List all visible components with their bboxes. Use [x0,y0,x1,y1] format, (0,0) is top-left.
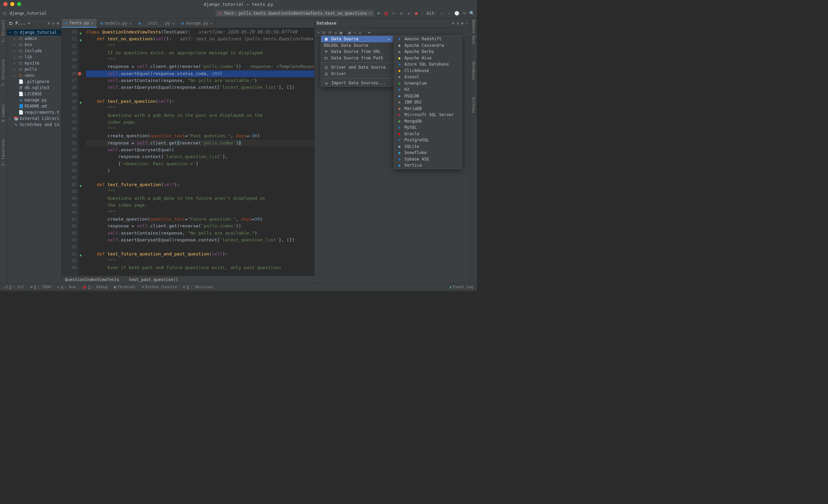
event-log-button[interactable]: ▮Event Log [450,285,473,289]
dbtype-mongodb[interactable]: ◆MongoDB [394,118,461,125]
dbtype-ibm-db2[interactable]: ◆IBM Db2 [394,99,461,106]
tree-item[interactable]: ▸🗀admin [7,36,61,42]
dbtype-exasol[interactable]: ◆Exasol [394,74,461,80]
edit-icon[interactable]: ✎ [354,30,356,35]
dbtype-apache-derby[interactable]: ◆Apache Derby [394,48,461,55]
tree-item[interactable]: ▸🗀venv [7,72,61,79]
tab-__init__.py[interactable]: ●__init__.py✕ [135,19,178,28]
dbtype-microsoft-sql-server[interactable]: ◆Microsoft SQL Server [394,112,461,118]
tree-item[interactable]: 📄LICENSE [7,91,61,97]
coverage-button[interactable]: ⤺ [391,11,396,16]
breadcrumb-root[interactable]: django_tutorial [10,11,46,16]
menu-import-data-sources-[interactable]: ⇲Import Data Sources... [321,80,393,86]
run-button[interactable] [376,11,381,16]
menu-driver-and-data-source[interactable]: ◫Driver and Data Source [321,64,393,71]
rail-database[interactable]: Database [471,62,476,80]
minimize-window[interactable] [10,2,14,6]
target-icon[interactable]: ⊕ [47,21,50,26]
commit-icon[interactable]: ✓ [447,11,452,16]
close-tab-icon[interactable]: ✕ [210,22,212,25]
dbtype-h2[interactable]: ◆H2 [394,86,461,93]
tree-item[interactable]: ▸🗀bin [7,42,61,48]
add-menu-popup[interactable]: ▦Data Source▸DDLDDL Data Source⌾Data Sou… [321,36,393,87]
dbtype-apache-cassandra[interactable]: ◆Apache Cassandra [394,42,461,49]
tree-item[interactable]: 📄requirements.t [7,109,61,115]
view-icon[interactable]: ⊡ [359,30,361,35]
dbtype-sybase-ase[interactable]: ◆Sybase ASE [394,156,461,163]
rail-1-project[interactable]: 1: Project [1,20,5,42]
dbtype-clickhouse[interactable]: ◆ClickHouse [394,68,461,74]
rail-7-structure[interactable]: 7: Structure [1,59,5,86]
target-icon[interactable]: ⊕ [452,21,454,26]
tree-item[interactable]: ▾🗀django_tutorial [7,29,61,36]
dbtype-mariadb[interactable]: ◆MariaDB [394,106,461,112]
close-tab-icon[interactable]: ✕ [129,22,131,25]
duplicate-icon[interactable]: ⧉ [322,30,326,35]
table-icon[interactable]: ▦ [348,30,351,35]
collapse-icon[interactable]: ⇵ [456,21,459,26]
zoom-window[interactable] [17,2,21,6]
dbtype-sqlite[interactable]: ◆SQLite [394,143,461,150]
tree-item[interactable]: ✎Scratches and Co [7,122,61,128]
tree-item[interactable]: ●manage.py [7,97,61,103]
debug-button[interactable]: 🐞 [384,11,389,16]
menu-ddl-data-source[interactable]: DDLDDL Data Source [321,42,393,49]
tool--debug[interactable]: 🐞5: Debug [82,285,108,289]
search-icon[interactable]: 🔍 [469,11,474,16]
rail-2-favorites[interactable]: 2: Favorites [1,139,5,166]
run-configuration-selector[interactable]: ⟲ Test: polls.tests.QuestionIndexViewTes… [216,10,373,16]
project-tree[interactable]: ▾🗀django_tutorial▸🗀admin▸🗀bin▸🗀include▸🗀… [7,28,61,129]
tool--services[interactable]: ⊙8: Services [183,285,213,289]
tool--git[interactable]: ⎇9: Git [3,285,24,289]
tree-item[interactable]: 📄.gitignore [7,79,61,85]
dbtype-snowflake[interactable]: ◆Snowflake [394,150,461,156]
add-button[interactable]: + [317,30,320,35]
history-icon[interactable]: 🕓 [454,11,459,16]
rollback-icon[interactable]: ⟲ [462,11,467,16]
minimize-icon[interactable]: — [466,21,468,26]
settings-icon[interactable]: ⚒ [334,30,337,35]
tree-item[interactable]: 📘README.md [7,103,61,109]
gear-icon[interactable]: ✱ [461,21,464,26]
dbtype-vertica[interactable]: ◆Vertica [394,162,461,169]
update-project-icon[interactable]: ✓ [439,11,444,16]
rail-remote-host[interactable]: Remote Host [471,20,476,45]
tree-item[interactable]: ▸🗀mysite [7,60,61,66]
stop-button[interactable]: ■ [414,11,419,16]
menu-data-source[interactable]: ▦Data Source▸ [321,36,393,42]
tree-item[interactable]: ▸🗀lib [7,54,61,60]
filter-icon[interactable]: ⏷ [367,30,371,35]
dbtype-postgresql[interactable]: ◆PostgreSQL [394,137,461,143]
menu-driver[interactable]: ◫Driver [321,71,393,77]
menu-data-source-from-path[interactable]: 🗀Data Source from Path [321,55,393,61]
tree-item[interactable]: 🛢db.sqlite3 [7,85,61,91]
dbtype-hsqldb[interactable]: ◆HSQLDB [394,93,461,99]
tab-models.py[interactable]: ●models.py✕ [97,19,135,28]
dbtype-amazon-redshift[interactable]: ◆Amazon Redshift [394,36,461,42]
dbtype-apache-hive[interactable]: ◆Apache Hive [394,55,461,61]
dbtype-greenplum[interactable]: ◆Greenplum [394,80,461,87]
rail-0-commit[interactable]: 0 Commit [1,104,5,122]
close-tab-icon[interactable]: ✕ [91,21,93,25]
datasource-submenu-popup[interactable]: ◆Amazon Redshift◆Apache Cassandra◆Apache… [394,36,461,169]
tool-terminal[interactable]: ▣Terminal [114,285,136,289]
tool--run[interactable]: ▸4: Run [57,285,76,289]
close-tab-icon[interactable]: ✕ [172,22,174,25]
editor-breadcrumb[interactable]: QuestionIndexViewTests〉test_past_questio… [61,276,314,283]
tool-python-console[interactable]: ⌘Python Console [142,285,177,289]
tab-manage.py[interactable]: ●manage.py✕ [178,19,216,28]
dbtype-oracle[interactable]: ◆Oracle [394,131,461,137]
settings-icon[interactable]: ✱ [57,21,59,26]
tree-item[interactable]: ▸🗀polls [7,66,61,72]
close-window[interactable] [3,2,8,6]
collapse-icon[interactable]: ⇵ [52,21,55,26]
menu-data-source-from-url[interactable]: ⌾Data Source from URL [321,48,393,55]
concurrent-button[interactable]: ⇄ [406,11,411,16]
dbtype-azure-sql-database[interactable]: ◆Azure SQL Database [394,61,461,68]
rail-sciview[interactable]: SciView [471,97,476,113]
tool--todo[interactable]: ≡6: TODO [30,285,51,289]
gutter[interactable]: 2021222324252627282930313233343536373839… [61,28,79,276]
tab-tests.py[interactable]: ●tests.py✕ [61,19,97,28]
profile-button[interactable]: ◔ [399,11,404,16]
tree-item[interactable]: ▸🗀include [7,48,61,54]
